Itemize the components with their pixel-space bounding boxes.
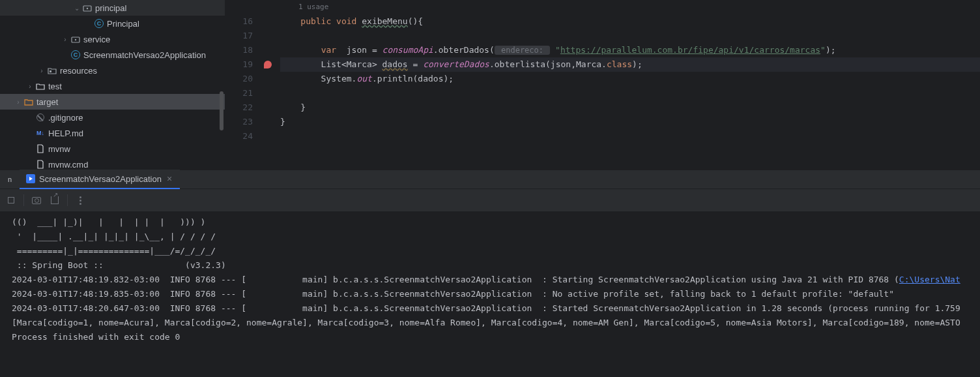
code-line[interactable] [280,29,980,43]
resources-folder-icon [47,65,57,76]
code-content[interactable]: 1 usage public void exibeMenu(){ var jso… [275,0,980,170]
console-line: [Marca[codigo=1, nome=Acura], Marca[codi… [12,316,968,330]
tree-item-label: Principal [107,19,139,29]
code-line[interactable] [280,86,980,100]
error-bulb-icon[interactable] [264,61,272,68]
chevron-right-icon[interactable]: › [13,98,23,106]
run-left-stub: n [0,170,20,189]
console-output[interactable]: (() ___| |_)| | | | | | ))) ) ' |____| .… [0,211,980,377]
run-tabs-bar: n ScreenmatchVersao2Application × [0,170,980,189]
tree-item-label: resources [60,66,97,76]
tree-item-label: .gitignore [48,113,83,123]
console-line: Process finished with exit code 0 [12,330,968,344]
chevron-right-icon[interactable]: › [25,83,35,90]
tree-item-label: ScreenmatchVersao2Application [83,50,206,60]
run-tool-window: n ScreenmatchVersao2Application × (() __… [0,170,980,377]
gutter-marks [261,0,275,170]
console-line: (() ___| |_)| | | | | | ))) ) [12,215,968,230]
close-icon[interactable]: × [166,173,173,184]
project-tree[interactable]: ⌄principalCPrincipal›serviceCScreenmatch… [0,0,225,170]
markdown-icon: M↓ [35,128,46,138]
tree-item[interactable]: ⌄principal [0,0,225,16]
tree-item[interactable]: M↓HELP.md [0,125,225,141]
gitignore-icon [35,112,46,123]
file-icon [35,143,46,154]
line-number-gutter: 161718192021222324 [225,0,261,170]
chevron-right-icon[interactable]: › [60,36,70,43]
tree-item-label: test [48,82,62,91]
run-config-icon [26,174,35,183]
code-line[interactable]: public void exibeMenu(){ [280,14,980,29]
tree-item[interactable]: .gitignore [0,110,225,125]
console-line: ' |____| .__|_| |_|_| |_\__, | / / / / [12,230,968,244]
tree-item[interactable]: CPrincipal [0,16,225,31]
tree-item[interactable]: ›service [0,31,225,47]
separator [67,194,68,206]
export-button[interactable] [46,192,63,209]
tree-item[interactable]: CScreenmatchVersao2Application [0,47,225,63]
code-line[interactable]: var json = consumoApi.obterDados( endere… [280,43,980,57]
folder-icon [35,81,46,91]
code-line[interactable]: } [280,115,980,129]
package-icon [82,3,93,13]
tree-item-label: principal [95,3,126,13]
tree-item-label: service [83,35,110,44]
tree-item[interactable]: ›resources [0,63,225,78]
chevron-down-icon[interactable]: ⌄ [72,5,82,12]
tree-item-label: mvnw.cmd [48,160,88,170]
tree-item-label: mvnw [48,144,70,154]
tree-item[interactable]: ›target [0,94,225,110]
tree-item[interactable]: mvnw [0,141,225,157]
tree-item[interactable]: ›test [0,78,225,94]
svg-point-3 [75,39,76,40]
stop-button[interactable] [3,192,20,209]
tree-item-label: target [36,97,58,107]
class-icon: C [94,18,104,29]
screenshot-button[interactable] [28,192,45,209]
console-line: :: Spring Boot :: (v3.2.3) [12,258,968,273]
class-icon: C [70,50,81,60]
code-editor[interactable]: 161718192021222324 1 usage public void e… [225,0,980,170]
console-link[interactable]: C:\Users\Nat [899,275,960,284]
svg-rect-4 [50,70,51,72]
tree-item[interactable]: mvnw.cmd [0,157,225,170]
console-line: 2024-03-01T17:48:19.835-03:00 INFO 8768 … [12,287,968,301]
chevron-right-icon[interactable]: › [36,67,47,74]
target-folder-icon [23,97,34,107]
svg-point-1 [87,8,88,9]
console-line: 2024-03-01T17:48:20.647-03:00 INFO 8768 … [12,301,968,316]
console-line: 2024-03-01T17:48:19.832-03:00 INFO 8768 … [12,273,968,287]
scrollbar[interactable] [220,91,223,130]
package-icon [70,34,81,44]
run-toolbar [0,189,980,211]
more-button[interactable] [72,192,89,209]
separator [23,194,24,206]
code-line[interactable]: System.out.println(dados); [280,72,980,86]
run-tab-label: ScreenmatchVersao2Application [39,174,162,184]
code-line[interactable]: List<Marca> dados = converteDados.obterl… [280,57,980,72]
file-icon [35,159,46,170]
code-line[interactable]: } [280,100,980,115]
console-line: =========|_|==============|___/=/_/_/_/ [12,244,968,258]
code-line[interactable] [280,129,980,143]
run-tab-active[interactable]: ScreenmatchVersao2Application × [20,170,180,189]
usage-hint[interactable]: 1 usage [280,0,980,14]
tree-item-label: HELP.md [48,128,83,138]
